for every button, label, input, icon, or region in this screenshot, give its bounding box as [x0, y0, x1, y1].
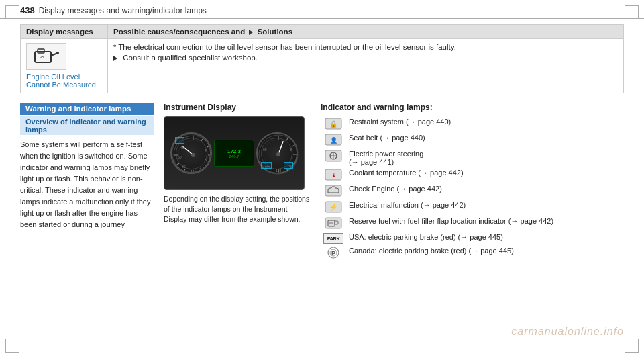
- park-badge: PARK: [323, 233, 343, 244]
- svg-text:2: 2: [199, 166, 201, 170]
- indicator-title: Indicator and warning lamps:: [321, 103, 624, 112]
- engine-display-cell: Engine Oil Level Cannot Be Measured: [21, 39, 108, 93]
- lamp-icon-cell-5: ⚡: [321, 199, 346, 216]
- svg-text:160: 160: [276, 169, 282, 173]
- warning-subheader: Overview of indicator and warning lamps: [20, 116, 154, 135]
- svg-line-29: [292, 145, 294, 146]
- lamp-text-3: Coolant temperature (→ page 442): [346, 167, 624, 183]
- speedometer-svg: 120 160 200 60 3: [258, 134, 299, 175]
- lamp-text-4: Check Engine (→ page 442): [346, 183, 624, 199]
- lamp-text-0: Restraint system (→ page 440): [346, 116, 624, 132]
- lamp-icon-cell-8: P: [321, 245, 346, 261]
- tachometer-gauge: 40 60 80 1 2 3 4: [170, 132, 212, 174]
- watermark: carmanualonline.info: [511, 326, 624, 338]
- engine-oil-svg: [34, 46, 59, 66]
- corner-mark-tl: [5, 5, 19, 19]
- svg-line-34: [278, 141, 283, 154]
- arrow-right-icon: [249, 30, 253, 35]
- gauge-area: 40 60 80 1 2 3 4: [164, 117, 304, 189]
- svg-line-8: [207, 146, 209, 147]
- bullet-1-row: * The electrical connection to the oil l…: [113, 43, 618, 51]
- display-table: Display messages Possible causes/consequ…: [20, 24, 624, 93]
- svg-text:60: 60: [178, 155, 182, 159]
- lamp-icon-cell-7: PARK: [321, 232, 346, 245]
- bullet-1-text: The electrical connection to the oil lev…: [118, 43, 456, 51]
- lamp-row-0: 🔒 Restraint system (→ page 440): [321, 116, 624, 132]
- warning-body: Some systems will perform a self-test wh…: [20, 139, 154, 230]
- lamp-row-7: PARK USA: electric parking brake (red) (…: [321, 232, 624, 245]
- svg-point-3: [56, 52, 59, 54]
- lower-section: Warning and indicator lamps Overview of …: [20, 103, 624, 261]
- lamp-icon-cell-0: 🔒: [321, 116, 346, 132]
- main-content: Display messages Possible causes/consequ…: [0, 19, 644, 267]
- svg-text:80: 80: [182, 165, 186, 169]
- svg-text:40: 40: [180, 146, 184, 150]
- svg-text:3: 3: [290, 148, 292, 152]
- fuel-icon: [325, 217, 342, 229]
- lamp-icon-cell-3: 🌡: [321, 167, 346, 183]
- lamp-row-8: P Canada: electric parking brake (red) (…: [321, 245, 624, 261]
- svg-text:🌡: 🌡: [331, 172, 337, 179]
- lamp-text-5: Electrical malfunction (→ page 442): [346, 199, 624, 216]
- svg-line-13: [184, 169, 185, 171]
- lamp-row-2: Electric power steering(→ page 441): [321, 148, 624, 167]
- svg-text:1: 1: [191, 169, 193, 173]
- lamp-row-1: 👤 Seat belt (→ page 440): [321, 132, 624, 148]
- col2-header: Possible causes/consequences and Solutio…: [108, 25, 624, 39]
- lamp-icon-cell-1: 👤: [321, 132, 346, 148]
- svg-text:P: P: [331, 250, 335, 257]
- col2-header-text: Possible causes/consequences and: [113, 28, 245, 36]
- svg-point-17: [191, 153, 195, 157]
- steering-icon: [325, 150, 342, 162]
- corner-mark-tr: [625, 5, 639, 19]
- col2-header-bold: Solutions: [258, 28, 292, 36]
- warning-section: Warning and indicator lamps Overview of …: [20, 103, 154, 261]
- engine-label: Engine Oil Level Cannot Be Measured: [26, 73, 102, 89]
- lamp-row-6: Reserve fuel with fuel filler flap loca­…: [321, 216, 624, 232]
- arrow-bullet-icon: [113, 56, 117, 61]
- corner-mark-br: [625, 339, 639, 353]
- lamp-text-8: Canada: electric parking brake (red) (→ …: [346, 245, 624, 261]
- instrument-display-image: 40 60 80 1 2 3 4: [164, 116, 305, 190]
- col1-header: Display messages: [21, 25, 108, 39]
- lamp-text-2: Electric power steering(→ page 441): [346, 148, 624, 167]
- svg-text:4: 4: [205, 148, 207, 152]
- svg-text:👤: 👤: [330, 136, 338, 144]
- page-header: 438 Display messages and warning/indicat…: [0, 0, 644, 19]
- engine-oil-icon: [26, 43, 66, 70]
- svg-line-10: [207, 163, 209, 165]
- svg-text:⚡: ⚡: [329, 202, 338, 212]
- svg-line-7: [201, 139, 203, 141]
- page-title: Display messages and warning/indicator l…: [39, 6, 207, 15]
- svg-line-32: [286, 169, 288, 171]
- lamp-icon-cell-6: [321, 216, 346, 232]
- svg-line-28: [286, 138, 288, 140]
- lamp-text-7: USA: electric parking brake (red) (→ pag…: [346, 232, 624, 245]
- speedometer-highlight: [261, 162, 272, 169]
- coolant-icon: 🌡: [325, 169, 342, 181]
- instrument-caption: Depending on the display setting, the po…: [164, 194, 311, 225]
- svg-text:60: 60: [263, 148, 267, 152]
- center-info: 246.7: [229, 154, 239, 159]
- seatbelt-icon: 👤: [325, 134, 342, 146]
- corner-mark-bl: [5, 339, 19, 353]
- solutions-cell: * The electrical connection to the oil l…: [108, 39, 624, 93]
- speedometer-highlight2: [284, 162, 293, 169]
- lamp-text-6: Reserve fuel with fuel filler flap loca­…: [346, 216, 624, 232]
- tachometer-highlight: [175, 137, 184, 144]
- electrical-icon: ⚡: [325, 201, 342, 213]
- lamp-row-3: 🌡 Coolant temperature (→ page 442): [321, 167, 624, 183]
- restraint-icon: 🔒: [325, 118, 342, 130]
- svg-text:3: 3: [205, 158, 207, 162]
- svg-line-14: [177, 163, 179, 165]
- instrument-title: Instrument Display: [164, 103, 311, 112]
- bullet-2-text: Consult a qualified specialist workshop.: [123, 54, 258, 62]
- lamp-row-4: Check Engine (→ page 442): [321, 183, 624, 199]
- svg-point-35: [276, 152, 280, 156]
- indicator-table: 🔒 Restraint system (→ page 440) 👤: [321, 116, 624, 261]
- indicator-section: Indicator and warning lamps: 🔒 Restraint…: [321, 103, 624, 261]
- svg-line-11: [201, 169, 203, 171]
- center-display: 172.3 246.7: [214, 140, 254, 167]
- page-number: 438: [20, 5, 35, 15]
- center-speed: 172.3: [227, 148, 241, 154]
